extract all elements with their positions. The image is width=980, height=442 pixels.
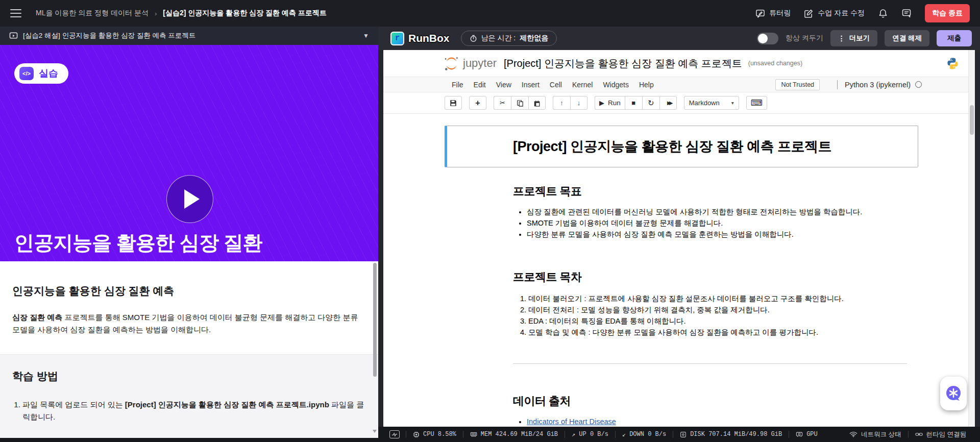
assistant-bubble-icon	[943, 383, 964, 404]
learning-method-list: 파일 목록에 업로드 되어 있는 [Project] 인공지능을 활용한 심장 …	[12, 399, 365, 423]
toc-list: 데이터 불러오기 : 프로젝트에 사용할 심장 질환 설문조사 데이터를 불러오…	[513, 293, 915, 338]
doc-title: [Project] 인공지능을 활용한 심장 질환 예측 프로젝트	[513, 137, 915, 156]
move-cell-up-button[interactable]: ↑	[553, 96, 570, 110]
cpu-icon	[413, 431, 420, 438]
run-icon: ▶	[599, 99, 604, 107]
breadcrumb-separator: ›	[155, 10, 157, 17]
keep-on-label: 항상 켜두기	[786, 34, 823, 43]
toggle-knob	[758, 34, 768, 43]
tutoring-button[interactable]: 튜터링	[755, 9, 791, 18]
network-status: 네트워크 상태	[843, 430, 908, 439]
notebook-toolbar: + ✂ ↑ ↓	[383, 92, 975, 114]
source-heading: 데이터 출처	[513, 394, 915, 409]
jupyter-brand: jupyter	[463, 57, 497, 70]
markdown-cell-toc[interactable]: 프로젝트 목차 데이터 불러오기 : 프로젝트에 사용할 심장 질환 설문조사 …	[445, 266, 918, 367]
menu-file[interactable]: File	[447, 81, 469, 89]
jupyter-logo-icon	[444, 56, 459, 71]
goal-item: 다양한 분류 모델을 사용하여 심장 질환 예측 모델을 훈련하는 방법을 이해…	[527, 229, 915, 240]
memory-icon	[470, 431, 477, 437]
not-trusted-badge: Not Trusted	[775, 79, 820, 90]
dataset-link[interactable]: Indicators of Heart Disease	[527, 418, 616, 426]
play-button[interactable]	[166, 175, 213, 223]
activity-monitor-icon[interactable]	[389, 430, 400, 438]
runbox-logo-icon: r	[390, 32, 404, 45]
save-button[interactable]	[445, 96, 462, 110]
disconnect-button[interactable]: 연결 해제	[885, 30, 929, 46]
edit-materials-button[interactable]: 수업 자료 수정	[804, 9, 865, 18]
lesson-description: 심장 질환 예측 프로젝트를 통해 SMOTE 기법을 이용하여 데이터 불균형…	[12, 311, 365, 336]
breadcrumb-parent[interactable]: ML을 이용한 의료 정형 데이터 분석	[36, 9, 149, 18]
kernel-idle-icon	[915, 81, 922, 88]
breadcrumb-current: [실습2] 인공지능을 활용한 심장 질환 예측 프로젝트	[163, 9, 326, 18]
upload-status: ↗ UP 0 B/s	[565, 431, 615, 438]
python-logo-icon	[946, 57, 960, 70]
menu-cell[interactable]: Cell	[545, 81, 567, 89]
notebook-scrollbar[interactable]	[968, 50, 975, 427]
lesson-video-icon	[9, 32, 18, 40]
remaining-time-label: 남은 시간 :	[481, 34, 516, 43]
keep-on-toggle[interactable]	[757, 33, 778, 44]
tutoring-bubble-icon	[755, 9, 765, 18]
breadcrumb: ML을 이용한 의료 정형 데이터 분석 › [실습2] 인공지능을 활용한 심…	[36, 9, 327, 18]
add-cell-button[interactable]: +	[469, 96, 486, 110]
kernel-indicator: Python 3 (ipykernel)	[837, 80, 922, 89]
lecture-video-thumbnail[interactable]: </> 실습 인공지능을 활용한 심장 질환 예측 프로젝트 해설	[0, 45, 378, 261]
wifi-icon	[849, 431, 857, 437]
toc-heading: 프로젝트 목차	[513, 269, 915, 285]
jupyter-notebook: jupyter [Project] 인공지능을 활용한 심장 질환 예측 프로젝…	[383, 50, 975, 427]
notebook-header: jupyter [Project] 인공지능을 활용한 심장 질환 예측 프로젝…	[383, 50, 975, 77]
edit-materials-label: 수업 자료 수정	[818, 9, 865, 18]
chevron-down-icon[interactable]: ▼	[363, 32, 369, 39]
markdown-cell-source[interactable]: 데이터 출처 Indicators of Heart Disease	[445, 390, 918, 427]
submit-button[interactable]: 제출	[937, 30, 972, 46]
lesson-selector[interactable]: [실습2 해설] 인공지능을 활용한 심장 질환 예측 프로젝트 ▼	[0, 27, 378, 45]
toc-item: EDA : 데이터의 특징을 EDA를 통해 이해합니다.	[528, 315, 915, 327]
notebook-menubar: File Edit View Insert Cell Kernel Widget…	[383, 77, 975, 92]
menu-help[interactable]: Help	[634, 81, 659, 89]
top-navigation-bar: ML을 이용한 의료 정형 데이터 분석 › [실습2] 인공지능을 활용한 심…	[0, 0, 980, 27]
learning-method-section: 학습 방법 파일 목록에 업로드 되어 있는 [Project] 인공지능을 활…	[0, 354, 378, 438]
up-arrow-icon: ↗	[572, 431, 575, 438]
cut-cell-button[interactable]: ✂	[494, 96, 511, 110]
learning-method-item: 파일 목록에 업로드 되어 있는 [Project] 인공지능을 활용한 심장 …	[22, 399, 365, 423]
lesson-title: [실습2 해설] 인공지능을 활용한 심장 질환 예측 프로젝트	[23, 31, 195, 40]
move-cell-down-button[interactable]: ↓	[570, 96, 587, 110]
source-item: Indicators of Heart Disease	[527, 416, 915, 427]
left-panel-scrollbar-thumb[interactable]	[373, 263, 377, 377]
menu-insert[interactable]: Insert	[517, 81, 545, 89]
assistant-floating-button[interactable]	[940, 377, 967, 410]
menu-edit[interactable]: Edit	[469, 81, 491, 89]
chevron-down-icon: ▾	[731, 100, 734, 106]
cell-type-select[interactable]: Markdown ▾	[684, 96, 739, 110]
restart-run-all-button[interactable]: ▶▶	[659, 96, 677, 110]
scrollbar-down-arrow[interactable]	[373, 430, 377, 433]
menu-widgets[interactable]: Widgets	[598, 81, 634, 89]
kebab-icon: ⋮	[838, 34, 845, 42]
menu-view[interactable]: View	[491, 81, 517, 89]
cpu-status: CPU 8.58%	[406, 431, 463, 438]
end-learning-button[interactable]: 학습 종료	[925, 4, 970, 22]
restart-kernel-button[interactable]: ↻	[642, 96, 659, 110]
notifications-bell-icon[interactable]	[878, 8, 888, 19]
learning-method-title: 학습 방법	[12, 369, 365, 383]
chat-icon[interactable]	[901, 8, 912, 18]
notebook-scrollbar-thumb[interactable]	[970, 105, 974, 135]
link-icon	[915, 431, 923, 437]
notebook-title[interactable]: [Project] 인공지능을 활용한 심장 질환 예측 프로젝트	[504, 57, 742, 70]
gpu-status: GPU	[789, 431, 824, 438]
markdown-cell-goals[interactable]: 프로젝트 목표 심장 질환에 관련된 데이터를 머신러닝 모델에 사용하기 적합…	[445, 181, 918, 243]
more-button[interactable]: ⋮ 더보기	[830, 30, 878, 46]
menu-kernel[interactable]: Kernel	[567, 81, 598, 89]
paste-cell-button[interactable]	[528, 96, 546, 110]
hamburger-menu-icon[interactable]	[10, 9, 21, 17]
lesson-panel: [실습2 해설] 인공지능을 활용한 심장 질환 예측 프로젝트 ▼ </> 실…	[0, 27, 378, 438]
runtime-status: 런타임 연결됨	[909, 430, 973, 439]
timer-icon	[470, 35, 477, 42]
run-cell-button[interactable]: ▶ Run	[595, 96, 625, 110]
remaining-time-pill: 남은 시간 : 제한없음	[461, 31, 557, 46]
copy-cell-button[interactable]	[511, 96, 528, 110]
markdown-cell-title[interactable]: [Project] 인공지능을 활용한 심장 질환 예측 프로젝트	[445, 126, 918, 167]
toc-item: 모델 학습 및 예측 : 다양한 분류 모델을 사용하여 심장 질환을 예측하고…	[528, 327, 915, 338]
interrupt-kernel-button[interactable]: ■	[625, 96, 642, 110]
command-palette-button[interactable]: ⌨	[746, 96, 767, 110]
